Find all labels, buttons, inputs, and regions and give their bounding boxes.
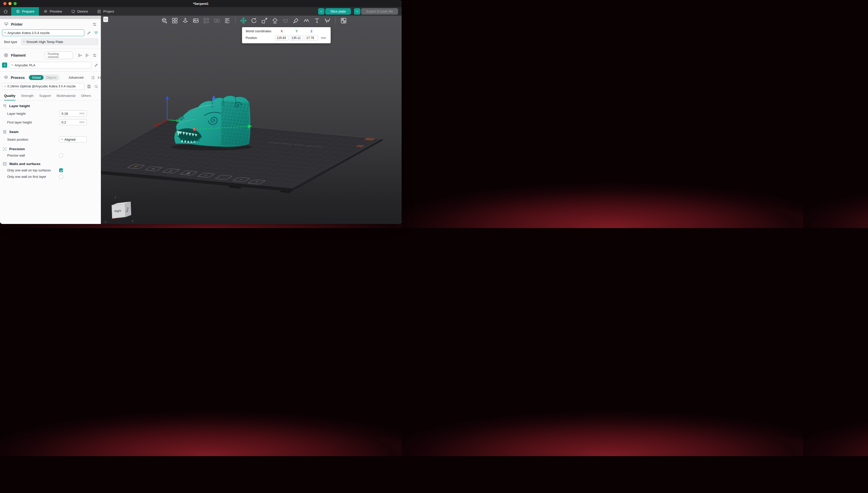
tab-prepare[interactable]: Prepare <box>11 7 39 16</box>
process-preset-select[interactable]: ▾ 0.16mm Optimal @Anycubic Kobra 3 0.4 n… <box>2 83 84 90</box>
flushing-volumes-button[interactable]: Flushing volumes <box>45 51 73 59</box>
bed-type-select[interactable]: ▾ Smooth High Temp Plate <box>21 39 98 45</box>
printer-section-title: Printer <box>11 22 23 26</box>
seam-position-select[interactable]: ▾Aligned <box>59 136 87 143</box>
position-z-input[interactable] <box>305 35 318 41</box>
x-stamp: ✕ <box>247 179 266 184</box>
advanced-label: Advanced <box>69 76 84 80</box>
arrange-icon[interactable] <box>171 17 178 24</box>
scene-overlay <box>101 16 402 224</box>
slice-plate-button[interactable]: Slice plate <box>325 8 351 15</box>
prepare-cube-icon <box>16 9 20 14</box>
group-title: Layer height <box>9 104 30 108</box>
move-tool-icon[interactable] <box>240 17 247 24</box>
project-file-icon <box>97 9 101 14</box>
process-tabs: Quality Strength Support Multimaterial O… <box>0 90 101 101</box>
export-group: Export G-code file <box>354 8 398 15</box>
chevron-down-icon: ▾ <box>4 31 6 34</box>
navigation-cube[interactable]: Right Back z x y <box>104 195 134 224</box>
tab-others[interactable]: Others <box>81 94 91 101</box>
first-layer-height-input[interactable] <box>62 121 76 124</box>
fill-plate-icon[interactable] <box>203 17 209 24</box>
printer-settings-icon[interactable] <box>92 22 97 27</box>
segment-global[interactable]: Global <box>29 75 44 80</box>
traffic-lights <box>3 2 17 5</box>
group-title: Walls and surfaces <box>9 162 41 166</box>
export-dropdown-button[interactable] <box>354 8 360 15</box>
chevron-down-icon <box>320 10 323 13</box>
text-tool-icon[interactable] <box>313 17 320 24</box>
one-wall-first-layer-checkbox[interactable] <box>59 175 63 178</box>
cut-tool-icon[interactable] <box>282 17 289 24</box>
tab-quality[interactable]: Quality <box>4 94 15 101</box>
auto-orient-icon[interactable] <box>182 17 188 24</box>
nav-bar: Prepare Preview Device Project Slice pla… <box>0 7 402 16</box>
segment-objects[interactable]: Objects <box>44 75 59 80</box>
walls-surfaces-icon <box>3 162 7 166</box>
lightning-stamp: ⚡ <box>127 164 146 169</box>
zoom-button[interactable] <box>14 2 17 5</box>
group-title: Precision <box>9 147 25 151</box>
tab-strength[interactable]: Strength <box>21 94 34 101</box>
ring-stamp: ◎ <box>162 168 181 173</box>
edit-filament-icon[interactable] <box>93 63 98 68</box>
edit-printer-icon[interactable] <box>86 30 91 35</box>
position-y-input[interactable] <box>290 35 303 41</box>
bed-type-label: Bed type <box>2 40 19 44</box>
remove-filament-icon[interactable] <box>85 53 90 58</box>
gizmo-z-arrow[interactable] <box>212 95 216 100</box>
z-axis-arrow <box>165 95 169 100</box>
cube-axis-z: z <box>115 196 116 198</box>
world-coordinates-panel: World coordinates X Y Z Position mm <box>242 27 331 43</box>
filament-select[interactable]: ▾ Anycubic PLA <box>9 62 91 68</box>
slice-dropdown-button[interactable] <box>318 8 325 15</box>
scale-tool-icon[interactable] <box>261 17 268 24</box>
target-stamp: ◌ <box>214 175 233 180</box>
tab-multimaterial[interactable]: Multimaterial <box>57 94 75 101</box>
viewport-toolbar <box>161 17 347 24</box>
printer-select[interactable]: ▾ Anycubic Kobra 3 0.4 nozzle <box>2 29 84 36</box>
settings-panel: Layer height Layer height mm First layer… <box>0 101 101 180</box>
filament-spool-icon <box>4 53 9 58</box>
support-paint-icon[interactable] <box>292 17 299 24</box>
axis-y-label: Y <box>289 29 304 33</box>
tab-preview[interactable]: Preview <box>39 7 67 16</box>
collapse-chevrons-icon <box>104 18 107 21</box>
tab-device[interactable]: Device <box>67 7 92 16</box>
lay-on-face-icon[interactable] <box>271 17 278 24</box>
precise-wall-checkbox[interactable] <box>59 153 63 157</box>
wifi-icon[interactable] <box>93 30 98 35</box>
rotate-tool-icon[interactable] <box>250 17 257 24</box>
assembly-view-icon[interactable] <box>340 17 347 24</box>
setting-row: Only one wall on top surfaces <box>0 167 101 173</box>
measure-tool-icon[interactable] <box>324 17 331 24</box>
variable-layer-height-icon[interactable] <box>224 17 230 24</box>
device-monitor-icon <box>71 9 75 14</box>
seam-paint-icon[interactable] <box>303 17 310 24</box>
plate-watermark: Smooth High Temp Plate <box>266 141 324 148</box>
save-preset-icon[interactable] <box>86 84 91 89</box>
split-plate-icon[interactable] <box>213 17 220 24</box>
add-filament-icon[interactable] <box>77 53 83 58</box>
home-button[interactable] <box>0 7 11 16</box>
chevron-down-icon: ▾ <box>23 41 25 43</box>
world-coordinates-title: World coordinates <box>246 29 274 33</box>
slice-group: Slice plate <box>318 8 351 15</box>
seam-icon <box>3 130 7 134</box>
close-button[interactable] <box>3 2 6 5</box>
chevron-down-icon: ▾ <box>4 85 6 88</box>
search-settings-icon[interactable] <box>93 84 98 89</box>
viewport-3d[interactable]: World coordinates X Y Z Position mm ⚡ ≋ … <box>101 16 402 224</box>
tab-project[interactable]: Project <box>92 7 118 16</box>
axis-x-label: X <box>274 29 289 33</box>
layer-height-input[interactable] <box>62 112 76 115</box>
add-object-icon[interactable] <box>161 17 168 24</box>
sidebar-collapse-handle[interactable] <box>103 17 108 22</box>
add-image-icon[interactable] <box>192 17 199 24</box>
export-gcode-button[interactable]: Export G-code file <box>361 8 398 15</box>
filament-settings-icon[interactable] <box>92 53 97 58</box>
tab-support[interactable]: Support <box>39 94 51 101</box>
one-wall-top-checkbox[interactable] <box>59 168 63 172</box>
minimize-button[interactable] <box>8 2 12 5</box>
position-x-input[interactable] <box>275 35 288 41</box>
